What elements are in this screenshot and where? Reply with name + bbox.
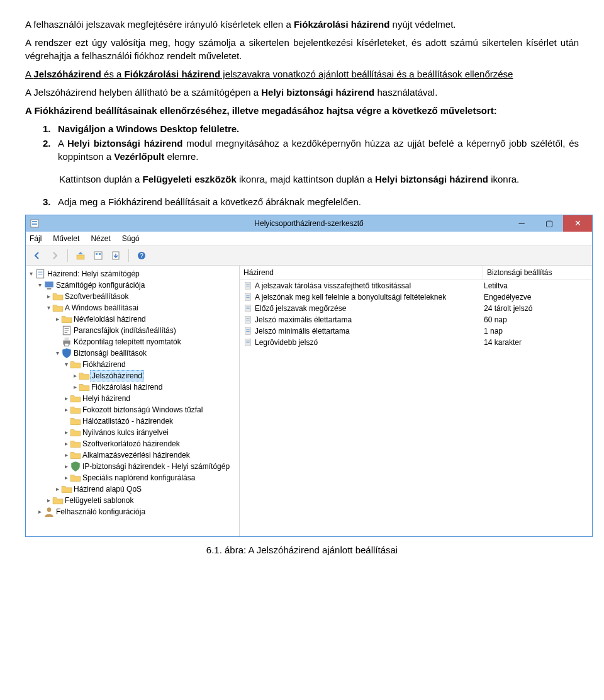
svg-rect-27 xyxy=(246,307,249,307)
title-bar[interactable]: Helyicsoportházirend-szerkesztő ─ ▢ ✕ xyxy=(26,215,592,232)
back-button[interactable] xyxy=(30,248,45,263)
expand-icon[interactable]: ▸ xyxy=(53,315,61,324)
policy-row[interactable]: Jelszó maximális élettartama60 nap xyxy=(240,314,592,325)
tree-node[interactable]: ▸ Speciális naplórend konfigurálása xyxy=(27,472,238,483)
tree-node[interactable]: Hálózatlistázó - házirendek xyxy=(27,415,238,427)
tree-node[interactable]: Központilag telepített nyomtatók xyxy=(27,336,238,347)
text-segment: használatával. xyxy=(374,87,437,98)
policy-value: Letiltva xyxy=(480,281,592,291)
collapse-icon[interactable]: ▾ xyxy=(36,281,43,290)
tree-label: Nyilvános kulcs irányelvei xyxy=(81,427,170,438)
folder-icon xyxy=(79,381,90,393)
tree-root[interactable]: ▾ Házirend: Helyi számítógép xyxy=(27,268,238,279)
term: Vezérlőpult xyxy=(114,151,164,162)
tree-node[interactable]: ▸ Fiókzárolási házirend xyxy=(27,381,238,393)
policy-name: A jelszavak tárolása visszafejthető titk… xyxy=(254,281,480,291)
tree-node[interactable]: ▾ Számítógép konfigurációja xyxy=(27,279,238,291)
term-fiokzarolasi: Fiókzárolási házirend xyxy=(294,19,390,30)
menu-file[interactable]: Fájl xyxy=(30,234,42,244)
expand-icon[interactable]: ▸ xyxy=(62,451,70,460)
tree-node[interactable]: ▸ Névfeloldási házirend xyxy=(27,313,238,325)
expand-icon[interactable]: ▸ xyxy=(71,371,79,380)
folder-icon xyxy=(52,291,64,302)
svg-rect-28 xyxy=(246,308,249,309)
expand-icon[interactable]: ▸ xyxy=(53,485,61,494)
tree-node[interactable]: ▸ Szoftverbeállítások xyxy=(27,291,238,302)
svg-rect-3 xyxy=(77,255,84,259)
close-button[interactable]: ✕ xyxy=(563,215,592,232)
expand-icon[interactable]: ▸ xyxy=(45,496,52,505)
figure-caption: 6.1. ábra: A Jelszóházirend ajánlott beá… xyxy=(25,543,579,556)
policy-row[interactable]: A jelszónak meg kell felelnie a bonyolul… xyxy=(240,291,592,303)
expand-icon[interactable]: ▸ xyxy=(62,439,70,448)
tree-node[interactable]: ▸ IP-biztonsági házirendek - Helyi számí… xyxy=(27,461,238,472)
collapse-icon[interactable]: ▾ xyxy=(45,303,52,312)
tree-node-selected[interactable]: ▸ Jelszóházirend xyxy=(27,370,238,381)
policy-name: Legrövidebb jelszó xyxy=(254,337,480,348)
column-header-value[interactable]: Biztonsági beállítás xyxy=(483,266,592,279)
folder-icon xyxy=(70,449,81,461)
expand-icon[interactable]: ▸ xyxy=(62,428,70,437)
up-button[interactable] xyxy=(73,248,88,263)
tree-node[interactable]: ▾ Biztonsági beállítások xyxy=(27,347,238,359)
expand-icon[interactable]: ▸ xyxy=(62,462,70,471)
svg-rect-37 xyxy=(246,342,249,343)
forward-button[interactable] xyxy=(47,248,62,263)
policy-row[interactable]: Előző jelszavak megőrzése24 tárolt jelsz… xyxy=(240,303,592,314)
menu-view[interactable]: Nézet xyxy=(91,234,110,244)
tool-bar: ? xyxy=(26,246,592,266)
step-text: Navigáljon a Windows Desktop felületre. xyxy=(58,122,579,135)
svg-rect-21 xyxy=(246,284,249,285)
tree-node[interactable]: Parancsfájlok (indítás/leállítás) xyxy=(27,325,238,336)
step-1: 1. Navigáljon a Windows Desktop felületr… xyxy=(43,122,579,135)
menu-action[interactable]: Művelet xyxy=(53,234,79,244)
expand-icon[interactable]: ▸ xyxy=(62,405,70,414)
export-button[interactable] xyxy=(108,248,123,263)
tree-label: Házirend alapú QoS xyxy=(72,484,143,495)
expand-icon[interactable]: ▸ xyxy=(45,292,52,301)
minimize-button[interactable]: ─ xyxy=(508,215,535,232)
policy-row[interactable]: Jelszó minimális élettartama1 nap xyxy=(240,325,592,337)
policy-value: Engedélyezve xyxy=(480,292,592,303)
collapse-icon[interactable]: ▾ xyxy=(53,349,61,358)
tree-node[interactable]: ▸ Házirend alapú QoS xyxy=(27,483,238,495)
tree-label: Felhasználó konfigurációja xyxy=(55,507,147,517)
tree-label: Biztonsági beállítások xyxy=(72,348,148,359)
expand-icon[interactable]: ▸ xyxy=(71,383,79,392)
expand-icon[interactable]: ▸ xyxy=(62,473,70,482)
policy-row[interactable]: Legrövidebb jelszó14 karakter xyxy=(240,337,592,348)
tree-node[interactable]: ▸ Felügyeleti sablonok xyxy=(27,495,238,506)
tree-node[interactable]: ▸ Fokozott biztonságú Windows tűzfal xyxy=(27,404,238,415)
tree-node[interactable]: ▸ Helyi házirend xyxy=(27,393,238,404)
tree-label: Fokozott biztonságú Windows tűzfal xyxy=(81,405,204,415)
tree-node[interactable]: ▸ Felhasználó konfigurációja xyxy=(27,506,238,517)
tree-label: Névfeloldási házirend xyxy=(72,314,147,325)
svg-rect-11 xyxy=(38,272,43,273)
column-header-policy[interactable]: Házirend xyxy=(240,266,483,279)
expand-icon[interactable]: ▸ xyxy=(62,394,70,403)
maximize-button[interactable]: ▢ xyxy=(535,215,563,232)
term: Helyi biztonsági házirend xyxy=(67,138,182,149)
collapse-icon[interactable]: ▾ xyxy=(27,269,35,278)
policy-row[interactable]: A jelszavak tárolása visszafejthető titk… xyxy=(240,280,592,291)
tree-node[interactable]: ▾ Fiókházirend xyxy=(27,359,238,370)
svg-rect-31 xyxy=(246,320,249,320)
text-segment: jelszavakra vonatkozó ajánlott beállítás… xyxy=(220,69,513,79)
menu-help[interactable]: Súgó xyxy=(122,234,140,244)
tree-node[interactable]: ▾ A Windows beállításai xyxy=(27,302,238,313)
collapse-icon[interactable]: ▾ xyxy=(62,360,70,369)
list-header[interactable]: Házirend Biztonsági beállítás xyxy=(240,266,592,280)
tree-label: Felügyeleti sablonok xyxy=(64,495,135,506)
folder-icon xyxy=(70,404,81,415)
tree-node[interactable]: ▸ Szoftverkorlátozó házirendek xyxy=(27,438,238,449)
expand-icon[interactable]: ▸ xyxy=(36,507,43,516)
tree-pane[interactable]: ▾ Házirend: Helyi számítógép ▾ Számítógé… xyxy=(26,266,240,536)
policy-icon xyxy=(242,338,254,347)
tree-node[interactable]: ▸ Nyilvános kulcs irányelvei xyxy=(27,427,238,438)
tree-node[interactable]: ▸ Alkalmazásvezérlési házirendek xyxy=(27,449,238,461)
properties-button[interactable] xyxy=(91,248,106,263)
help-button[interactable]: ? xyxy=(134,248,149,263)
list-pane[interactable]: Házirend Biztonsági beállítás A jelszava… xyxy=(240,266,592,536)
tree-label: Speciális naplórend konfigurálása xyxy=(81,473,196,483)
step-number: 3. xyxy=(43,195,58,208)
